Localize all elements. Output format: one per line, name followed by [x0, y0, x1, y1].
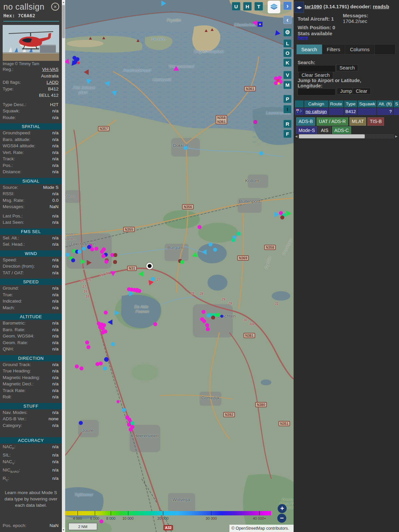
toggle-i-button[interactable]: I [283, 105, 292, 113]
legend-badge-ais[interactable]: AIS [319, 126, 331, 135]
tab-filters[interactable]: Filters [322, 45, 345, 54]
tar1090-link[interactable]: tar1090 [305, 4, 322, 9]
aircraft-marker-d[interactable] [99, 361, 103, 365]
aircraft-marker-d[interactable] [278, 82, 280, 85]
aircraft-marker-d[interactable] [66, 253, 69, 257]
aircraft-marker-d[interactable] [206, 327, 210, 331]
collapse-panel-button[interactable]: ‹ [283, 16, 292, 24]
hscroll-right-icon[interactable]: ▶ [394, 134, 398, 139]
aircraft-marker-d[interactable] [206, 314, 210, 318]
aircraft-marker-d[interactable] [85, 340, 89, 344]
aircraft-table-row[interactable]: no callsignB412? [295, 108, 399, 115]
aircraft-marker-d[interactable] [104, 357, 109, 362]
aircraft-marker-d[interactable] [75, 364, 79, 368]
aircraft-marker-d[interactable] [79, 366, 83, 370]
toggle-k-button[interactable]: K [283, 59, 292, 67]
aircraft-marker-d[interactable] [237, 232, 241, 236]
hscroll-thumb[interactable] [299, 134, 365, 138]
tab-columns[interactable]: Columns [345, 45, 374, 54]
legend-badge-adsc[interactable]: ADS-C [332, 126, 351, 135]
settings-button[interactable]: ⚙ [283, 28, 292, 37]
clear-search-button[interactable]: Clear Search [298, 72, 333, 78]
aircraft-marker-d[interactable] [104, 260, 108, 264]
hscroll-left-icon[interactable]: ◀ [294, 134, 298, 139]
aircraft-marker-d[interactable] [184, 146, 188, 150]
aircraft-marker-dm[interactable] [258, 22, 263, 27]
map[interactable] [62, 0, 294, 532]
detail-link[interactable]: LADD [47, 79, 59, 86]
aircraft-marker-d[interactable] [211, 316, 215, 320]
column-header[interactable]: S [394, 100, 399, 107]
aircraft-marker-d[interactable] [216, 313, 220, 317]
aircraft-marker-d[interactable] [129, 428, 133, 432]
column-header[interactable] [295, 100, 304, 107]
aircraft-marker-d[interactable] [220, 315, 223, 318]
aircraft-marker-d[interactable] [77, 62, 80, 64]
aircraft-marker-d[interactable] [117, 400, 120, 403]
cell-callsign[interactable]: no callsign [304, 108, 328, 115]
column-header[interactable]: Callsign [304, 100, 328, 107]
column-header[interactable]: Route [329, 100, 343, 107]
scroll-down-icon[interactable]: ▼ [62, 528, 65, 532]
aircraft-marker-d[interactable] [113, 253, 117, 257]
toggle-m-button[interactable]: M [283, 81, 292, 89]
sidebar-scrollbar[interactable]: ▲ ▼ [62, 0, 65, 532]
aircraft-marker-d[interactable] [86, 345, 90, 349]
toggle-l-button[interactable]: L [283, 39, 292, 48]
aircraft-marker-d[interactable] [205, 323, 209, 327]
aircraft-marker-d[interactable] [101, 331, 105, 334]
aircraft-marker-d[interactable] [201, 310, 205, 314]
aircraft-marker-d[interactable] [82, 247, 86, 251]
column-header[interactable]: Alt. (ft) [377, 100, 393, 107]
toggle-r-button[interactable]: R [283, 120, 292, 128]
zoom-in-button[interactable]: + [278, 504, 287, 513]
legend-badge-modes[interactable]: Mode-S [296, 126, 317, 135]
aircraft-marker-d[interactable] [101, 254, 105, 258]
toggle-o-button[interactable]: O [283, 49, 292, 57]
aircraft-marker-d[interactable] [100, 250, 104, 254]
table-hscrollbar[interactable]: ◀ ▶ [294, 134, 398, 139]
panel-toggle-button[interactable]: ◀▶ [294, 2, 304, 13]
search-input[interactable] [298, 65, 335, 72]
toggle-h-button[interactable]: H [243, 2, 252, 11]
expand-panel-button[interactable]: › [283, 2, 292, 10]
aircraft-marker-d[interactable] [253, 120, 257, 124]
toggle-v-button[interactable]: V [283, 71, 292, 79]
toggle-u-button[interactable]: U [232, 2, 240, 11]
toggle-f-button[interactable]: F [283, 130, 292, 138]
aircraft-marker-d[interactable] [280, 215, 284, 219]
aircraft-marker-d[interactable] [104, 311, 108, 315]
toggle-t-button[interactable]: T [254, 2, 263, 11]
aircraft-marker-d[interactable] [122, 408, 126, 412]
aircraft-marker-d[interactable] [137, 289, 141, 293]
aircraft-marker-d[interactable] [208, 242, 212, 246]
aircraft-marker-d[interactable] [99, 519, 103, 523]
aircraft-marker-d[interactable] [259, 151, 263, 155]
jump-input[interactable] [298, 88, 335, 95]
layer-switcher-button[interactable] [268, 1, 280, 13]
column-header[interactable]: Squawk [358, 100, 376, 107]
clear-button[interactable]: Clear [352, 88, 371, 94]
legend-badge-mlat[interactable]: MLAT [349, 117, 366, 126]
aircraft-marker-d[interactable] [153, 322, 157, 326]
tab-search[interactable]: Search [297, 45, 322, 54]
stats-here-link[interactable]: here [298, 35, 308, 40]
aircraft-marker-d[interactable] [94, 247, 98, 251]
zoom-out-button[interactable]: − [277, 514, 286, 523]
legend-badge-tisb[interactable]: TIS-B [367, 117, 384, 126]
scrollbar-thumb[interactable] [62, 5, 65, 38]
readsb-link[interactable]: readsb [373, 4, 389, 9]
aircraft-marker-d[interactable] [202, 319, 206, 323]
toggle-p-button[interactable]: P [283, 95, 292, 103]
search-button[interactable]: Search [336, 65, 358, 71]
aircraft-marker-ring[interactable] [146, 263, 153, 269]
aircraft-marker-d[interactable] [90, 247, 94, 251]
aircraft-marker-d[interactable] [231, 238, 235, 242]
close-icon[interactable]: ✕ [51, 3, 59, 11]
legend-badge-uatadsr[interactable]: UAT / ADS-R [317, 117, 348, 126]
aircraft-marker-d[interactable] [198, 225, 201, 229]
column-header[interactable]: Type [344, 100, 357, 107]
aircraft-marker-d[interactable] [77, 250, 81, 254]
aircraft-marker-d[interactable] [79, 421, 83, 425]
scroll-up-icon[interactable]: ▲ [62, 0, 65, 4]
